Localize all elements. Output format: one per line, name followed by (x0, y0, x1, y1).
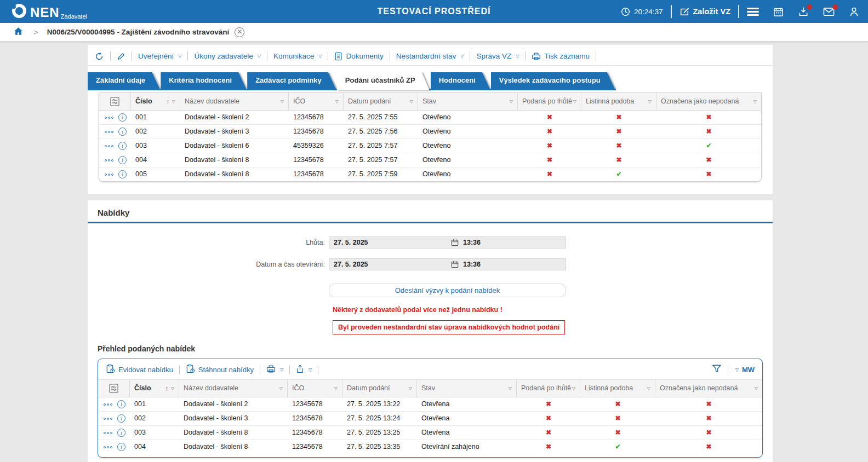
info-icon[interactable]: i (117, 443, 125, 451)
filter-chevron-icon[interactable]: ▽ (172, 93, 175, 110)
tab-zadavaci-podminky[interactable]: Zadávací podmínky (247, 72, 336, 89)
print-record-button[interactable]: Tisk záznamu (532, 52, 590, 61)
info-icon[interactable]: i (117, 400, 125, 408)
column-header-podana-po-lhute[interactable]: Podaná po lhůtě▽ (517, 380, 580, 397)
menu-nestandardni-stav[interactable]: Nestandardní stav▽ (396, 52, 464, 60)
create-vz-button[interactable]: Založit VZ (679, 7, 730, 16)
filter-icon[interactable] (712, 364, 722, 375)
table-row[interactable]: i005Dodavatel - školení 81234567827. 5. … (99, 168, 761, 181)
filter-chevron-icon[interactable]: ▽ (573, 93, 576, 110)
mail-icon[interactable] (823, 7, 835, 17)
filter-chevron-icon[interactable]: ▽ (510, 93, 513, 110)
column-header-listinna-podoba[interactable]: Listinná podoba▽ (581, 93, 656, 110)
row-menu-icon[interactable] (104, 418, 112, 420)
info-icon[interactable]: i (118, 128, 127, 136)
column-header-oznacena-nepodana[interactable]: Označena jako nepodaná▽ (656, 93, 761, 110)
row-menu-icon[interactable] (105, 159, 113, 161)
table-row[interactable]: i003Dodavatel - školení 64535932627. 5. … (99, 139, 761, 153)
table-settings-button[interactable] (99, 93, 131, 110)
filter-chevron-icon[interactable]: ▽ (647, 380, 650, 397)
info-icon[interactable]: i (117, 414, 125, 423)
send-invitation-button[interactable]: Odeslání výzvy k podání nabídek (329, 284, 566, 297)
filter-chevron-icon[interactable]: ▽ (334, 380, 338, 397)
row-menu-icon[interactable] (104, 446, 112, 448)
inbox-icon[interactable] (798, 7, 809, 17)
info-icon[interactable]: i (118, 113, 127, 122)
table-settings-button[interactable] (98, 380, 130, 397)
column-header-ico[interactable]: IČO▽ (289, 93, 344, 110)
menu-sprava-vz[interactable]: Správa VZ▽ (476, 52, 519, 60)
filter-chevron-icon[interactable]: ▽ (281, 93, 284, 110)
close-record-icon[interactable]: ✕ (235, 27, 244, 37)
table-row[interactable]: i003Dodavatel - školení 81234567827. 5. … (98, 426, 762, 440)
table-row[interactable]: i001Dodavatel - školení 21234567827. 5. … (98, 397, 762, 412)
cell-listinna-podoba: ✖ (580, 426, 655, 440)
filter-chevron-icon[interactable]: ▽ (409, 380, 412, 397)
table-row[interactable]: i004Dodavatel - školení 81234567827. 5. … (98, 440, 762, 454)
filter-chevron-icon[interactable]: ▽ (279, 380, 283, 397)
print-offers-button[interactable]: ▽ (266, 365, 283, 375)
filter-chevron-icon[interactable]: ▽ (648, 93, 652, 110)
lhuta-datetime-field[interactable]: 27. 5. 2025 13:36 (329, 236, 566, 249)
column-header-dodavatel[interactable]: Název dodavatele▽ (180, 93, 289, 110)
info-icon[interactable]: i (118, 142, 127, 150)
home-icon[interactable] (13, 26, 24, 38)
export-offers-button[interactable]: ▽ (296, 365, 312, 375)
evidovat-nabidku-button[interactable]: Evidovat nabídku (106, 364, 173, 375)
menu-icon[interactable] (747, 8, 759, 16)
table-row[interactable]: i002Dodavatel - školení 31234567827. 5. … (99, 125, 761, 139)
tab-zakladni-udaje[interactable]: Základní údaje (88, 72, 159, 89)
row-menu-icon[interactable] (104, 432, 112, 434)
row-menu-icon[interactable] (105, 145, 113, 147)
breadcrumb-record[interactable]: N006/25/V00004995 - Zajištění závodního … (47, 28, 229, 36)
row-menu-icon[interactable] (105, 117, 113, 119)
column-header-dodavatel[interactable]: Název dodavatele▽ (179, 380, 288, 397)
row-menu-icon[interactable] (105, 174, 113, 176)
row-menu-icon[interactable] (105, 131, 113, 133)
column-header-oznacena-nepodana[interactable]: Označena jako nepodaná▽ (655, 380, 762, 397)
nen-logo[interactable]: NEN Zadavatel (12, 4, 87, 19)
table-row[interactable]: i004Dodavatel - školení 81234567827. 5. … (99, 153, 761, 168)
calendar-icon[interactable] (773, 7, 784, 17)
edit-record-button[interactable] (117, 52, 125, 61)
refresh-button[interactable] (94, 51, 104, 61)
chevron-down-icon[interactable]: ▽ (735, 367, 739, 372)
filter-chevron-icon[interactable]: ▽ (410, 93, 413, 110)
mw-toggle[interactable]: MW (742, 366, 755, 374)
column-header-listinna-podoba[interactable]: Listinná podoba▽ (580, 380, 655, 397)
row-actions: i (99, 168, 131, 181)
column-header-ico[interactable]: IČO▽ (288, 380, 342, 397)
info-icon[interactable]: i (118, 170, 127, 178)
column-header-datum-podani[interactable]: Datum podání▽ (342, 380, 417, 397)
info-icon[interactable]: i (118, 156, 127, 164)
oteviranie-datetime-field[interactable]: 27. 5. 2025 13:36 (329, 258, 566, 270)
column-header-datum-podani[interactable]: Datum podání▽ (344, 93, 418, 110)
column-header-cislo[interactable]: Číslo↑▽ (130, 380, 179, 397)
cell-datum-podani: 27. 5. 2025 13:24 (342, 412, 417, 425)
filter-chevron-icon[interactable]: ▽ (755, 380, 758, 397)
user-icon[interactable] (849, 7, 859, 17)
filter-chevron-icon[interactable]: ▽ (572, 380, 575, 397)
table-row[interactable]: i002Dodavatel - školení 31234567827. 5. … (98, 412, 762, 426)
tab-hodnoceni[interactable]: Hodnocení (431, 72, 490, 89)
tab-podani-ucastniku-zp[interactable]: Podání účastníků ZP (337, 72, 430, 89)
row-menu-icon[interactable] (104, 403, 112, 406)
menu-ukony-zadavatele[interactable]: Úkony zadavatele▽ (194, 52, 260, 60)
table-row[interactable]: i001Dodavatel - školení 21234567827. 5. … (99, 111, 761, 125)
filter-chevron-icon[interactable]: ▽ (171, 380, 174, 397)
filter-chevron-icon[interactable]: ▽ (335, 93, 339, 110)
column-header-stav[interactable]: Stav▽ (417, 380, 517, 397)
stahnout-nabidky-button[interactable]: Stáhnout nabídky (186, 364, 254, 375)
menu-dokumenty[interactable]: Dokumenty (334, 52, 383, 61)
filter-chevron-icon[interactable]: ▽ (509, 380, 512, 397)
tab-kriteria-hodnoceni[interactable]: Kritéria hodnocení (161, 72, 246, 89)
cell-oznacena-nepodana: ✖ (655, 440, 762, 454)
menu-komunikace[interactable]: Komunikace▽ (273, 52, 322, 60)
info-icon[interactable]: i (117, 429, 125, 437)
menu-uverejneni[interactable]: Uveřejnění▽ (138, 52, 181, 60)
column-header-cislo[interactable]: Číslo↑▽ (131, 93, 180, 110)
filter-chevron-icon[interactable]: ▽ (753, 93, 757, 110)
tab-vysledek[interactable]: Výsledek zadávacího postupu (491, 72, 615, 89)
column-header-podana-po-lhute[interactable]: Podaná po lhůtě▽ (518, 93, 581, 110)
column-header-stav[interactable]: Stav▽ (418, 93, 518, 110)
